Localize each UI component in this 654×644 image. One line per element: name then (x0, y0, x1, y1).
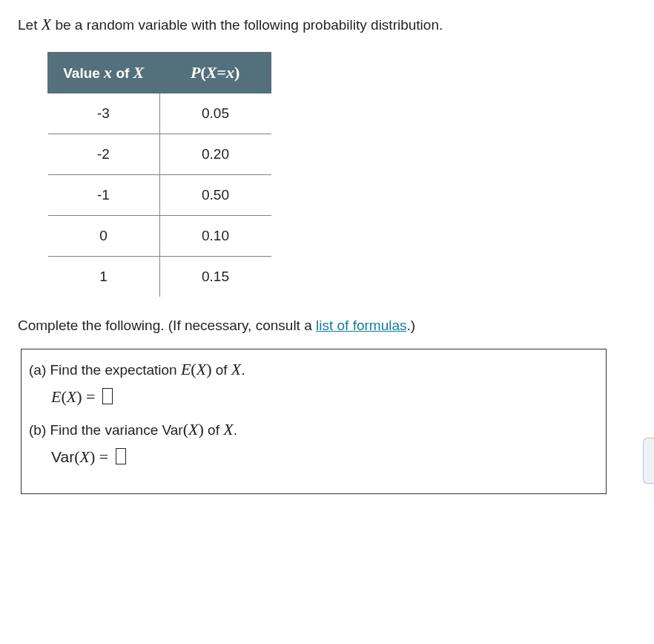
part-a-equation: E(X) = (51, 387, 598, 407)
complete-suffix: .) (407, 318, 416, 333)
distribution-table: Value x of X P(X=x) -3 0.05 -2 0.20 -1 0… (47, 52, 271, 297)
table-row: 0 0.10 (48, 216, 271, 257)
cell-x: -1 (48, 175, 160, 216)
side-tab-handle[interactable] (643, 438, 654, 484)
intro-var-X: X (42, 15, 51, 33)
complete-instruction: Complete the following. (If necessary, c… (18, 318, 636, 334)
cell-p: 0.05 (159, 93, 271, 134)
problem-intro: Let X be a random variable with the foll… (18, 15, 636, 34)
list-of-formulas-link[interactable]: list of formulas (316, 318, 406, 333)
table-row: -2 0.20 (48, 134, 271, 175)
col-header-prob: P(X=x) (159, 53, 271, 93)
cell-x: -3 (48, 93, 160, 134)
col-header-value: Value x of X (48, 53, 160, 93)
cell-p: 0.50 (159, 175, 271, 216)
answer-box: (a) Find the expectation E(X) of X. E(X)… (21, 349, 607, 494)
cell-x: 1 (48, 257, 160, 298)
table-row: -1 0.50 (48, 175, 271, 216)
cell-p: 0.15 (159, 257, 271, 298)
cell-p: 0.20 (159, 134, 271, 175)
expectation-input[interactable] (102, 388, 113, 404)
cell-x: -2 (48, 134, 160, 175)
table-row: 1 0.15 (48, 257, 271, 298)
cell-p: 0.10 (159, 216, 271, 257)
variance-input[interactable] (116, 448, 126, 464)
intro-suffix: be a random variable with the following … (51, 17, 443, 33)
part-b-equation: Var(X) = (51, 447, 598, 467)
intro-prefix: Let (18, 17, 42, 33)
part-b-prompt: (b) Find the variance Var(X) of X. (29, 420, 598, 439)
cell-x: 0 (48, 216, 160, 257)
table-row: -3 0.05 (48, 93, 271, 134)
part-a-prompt: (a) Find the expectation E(X) of X. (29, 360, 598, 379)
complete-prefix: Complete the following. (If necessary, c… (18, 318, 316, 333)
table-header-row: Value x of X P(X=x) (48, 53, 271, 93)
